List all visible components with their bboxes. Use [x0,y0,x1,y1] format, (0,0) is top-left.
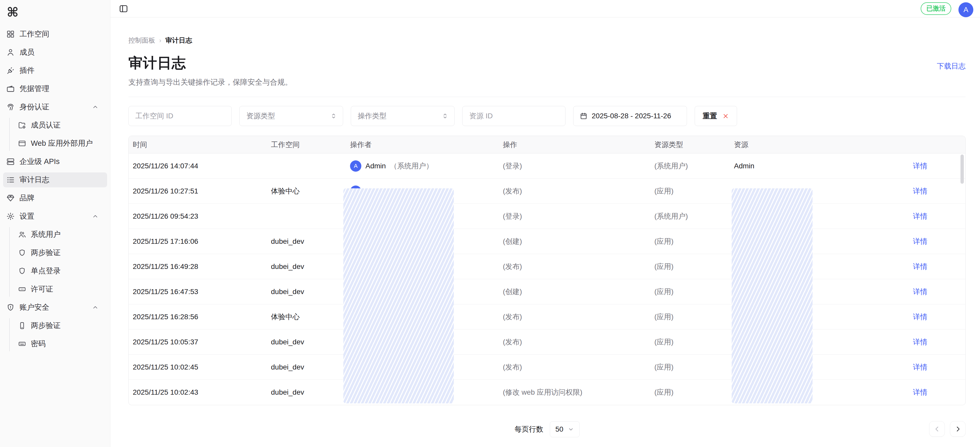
table-row: 2025/11/25 16:28:56体验中心(发布)(应用)详情 [129,304,966,330]
table-scrollbar-thumb[interactable] [961,154,964,184]
sidebar-item-password[interactable]: 密码 [18,336,107,351]
chevron-up-icon [92,103,99,111]
app-logo[interactable]: ⌘ [3,5,107,27]
action-type-select[interactable]: 操作类型 [351,106,455,126]
operator-type: （系统用户） [390,161,433,171]
operator-redaction-overlay [344,189,454,403]
title-row: 审计日志 下载日志 [129,54,966,73]
sidebar-item-system-users[interactable]: 系统用户 [18,227,107,242]
sidebar-item-label: 系统用户 [31,230,60,240]
column-header: 操作者 [350,140,503,150]
detail-link[interactable]: 详情 [878,362,928,372]
detail-link[interactable]: 详情 [878,186,928,196]
sidebar-item-label: 成员 [19,47,103,57]
sidebar-item-label: 许可证 [31,284,53,294]
reset-filters-button[interactable]: 重置 [695,106,737,126]
workspace-id-input[interactable] [129,106,232,126]
column-header: 资源类型 [654,140,734,150]
chevrons-up-down-icon [330,113,337,120]
cell-action: (登录) [503,161,654,171]
status-badge: 已激活 [921,2,951,15]
detail-link[interactable]: 详情 [878,337,928,347]
sidebar-item-license[interactable]: 许可证 [18,282,107,296]
resource-id-input[interactable] [462,106,565,126]
user-avatar[interactable]: A [958,2,973,17]
sidebar-item-label: 企业级 APIs [19,157,103,167]
chevron-up-icon [92,213,99,220]
x-icon [722,113,729,120]
sidebar-item-label: 凭据管理 [19,84,103,94]
sidebar-item-web-app-external-users[interactable]: Web 应用外部用户 [18,136,107,151]
table-row: 2025/11/25 10:05:37dubei_dev(发布)(应用)详情 [129,330,966,355]
cell-resource-type: (系统用户) [654,211,734,221]
sidebar-item-account-two-step-verification[interactable]: 两步验证 [18,318,107,333]
sidebar-item-two-step-verification[interactable]: 两步验证 [18,245,107,260]
sidebar-item-members[interactable]: 成员 [3,45,107,60]
audit-log-table: 时间工作空间操作者操作资源类型资源 2025/11/26 14:07:44AAd… [129,136,966,405]
detail-link[interactable]: 详情 [878,262,928,271]
ticket-icon [18,285,26,293]
cell-action: (发布) [503,312,654,322]
table-row: 2025/11/26 09:54:23(登录)(系统用户)详情 [129,204,966,229]
detail-link[interactable]: 详情 [878,211,928,221]
cell-resource-type: (应用) [654,287,734,296]
sidebar-subgroup-settings: 系统用户两步验证单点登录许可证 [9,227,107,296]
cell-action: (创建) [503,287,654,296]
cell-resource-type: (应用) [654,337,734,347]
cell-action: (修改 web 应用访问权限) [503,387,654,397]
cell-resource-type: (应用) [654,362,734,372]
sidebar-item-audit-logs[interactable]: 审计日志 [3,173,107,187]
column-header: 工作空间 [271,140,350,150]
sidebar-item-enterprise-apis[interactable]: 企业级 APIs [3,154,107,169]
resource-redaction-overlay [732,189,813,403]
sidebar-subgroup-identity-auth: 成员认证Web 应用外部用户 [9,118,107,151]
cell-workspace: dubei_dev [271,237,350,246]
sidebar-item-identity-auth[interactable]: 身份认证 [3,100,107,114]
sidebar-item-credentials[interactable]: 凭据管理 [3,81,107,96]
cell-time: 2025/11/25 16:49:28 [133,263,271,271]
cell-action: (发布) [503,262,654,271]
previous-page-button[interactable] [929,421,945,437]
cell-workspace: 体验中心 [271,312,350,322]
folder-gear-icon [18,121,26,129]
sidebar-item-brand[interactable]: 品牌 [3,191,107,206]
detail-link[interactable]: 详情 [878,161,928,171]
sidebar-item-account-security[interactable]: 账户安全 [3,300,107,315]
workspace-id-field[interactable] [135,112,225,120]
sidebar-item-plugins[interactable]: 插件 [3,63,107,78]
sidebar-item-member-auth[interactable]: 成员认证 [18,118,107,133]
cell-time: 2025/11/25 10:02:43 [133,388,271,396]
sidebar-toggle-icon[interactable] [119,4,128,13]
detail-link[interactable]: 详情 [878,236,928,246]
breadcrumb-parent[interactable]: 控制面板 [129,36,155,45]
next-page-button[interactable] [950,421,966,437]
cell-time: 2025/11/25 10:05:37 [133,338,271,346]
sidebar-item-settings[interactable]: 设置 [3,209,107,224]
filters-bar: 资源类型 操作类型 2025-08-28 - 2025-11-26 重置 [129,106,966,126]
sidebar-item-label: 设置 [19,211,92,222]
rows-per-page-value: 50 [555,425,563,433]
rows-per-page-select[interactable]: 50 [550,421,579,437]
download-logs-link[interactable]: 下载日志 [937,61,966,73]
detail-link[interactable]: 详情 [878,287,928,296]
sidebar: ⌘ 工作空间成员插件凭据管理身份认证成员认证Web 应用外部用户企业级 APIs… [0,0,110,447]
resource-id-field[interactable] [469,112,558,120]
sidebar-item-label: Web 应用外部用户 [31,138,93,149]
breadcrumb: 控制面板 › 审计日志 [129,36,966,45]
calendar-icon [580,112,588,120]
chevron-right-icon [954,425,962,433]
sidebar-item-sso[interactable]: 单点登录 [18,263,107,278]
sidebar-item-label: 身份认证 [19,102,92,112]
operator-name: Admin [366,162,386,170]
table-row: 2025/11/25 10:02:43dubei_dev(修改 web 应用访问… [129,380,966,405]
sidebar-item-workspaces[interactable]: 工作空间 [3,27,107,41]
detail-link[interactable]: 详情 [878,387,928,397]
sidebar-item-label: 密码 [31,339,46,349]
breadcrumb-separator-icon: › [159,37,161,44]
cell-workspace: dubei_dev [271,263,350,271]
date-range-button[interactable]: 2025-08-28 - 2025-11-26 [573,106,687,126]
resource-type-select[interactable]: 资源类型 [239,106,343,126]
detail-link[interactable]: 详情 [878,312,928,322]
window-icon [18,139,26,147]
column-header: 操作 [503,140,654,150]
